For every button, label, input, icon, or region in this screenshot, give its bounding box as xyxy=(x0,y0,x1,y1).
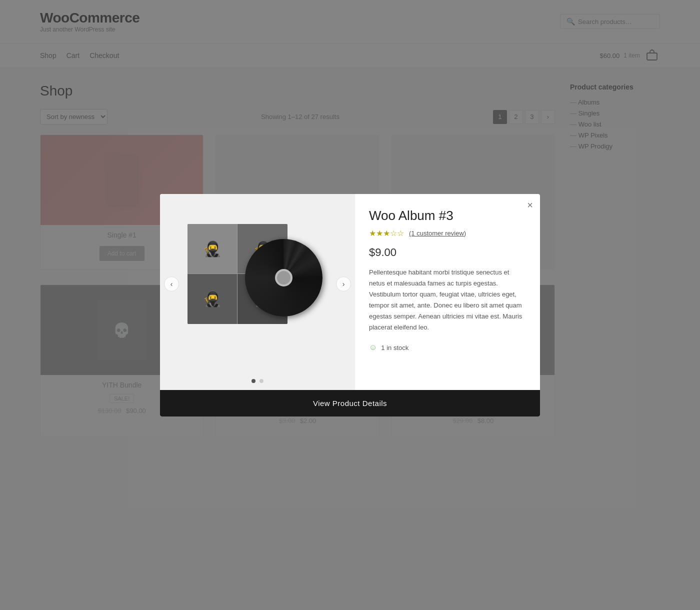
modal-product-title: Woo Album #3 xyxy=(369,208,514,224)
dot-1 xyxy=(252,379,256,383)
modal-info-section: × Woo Album #3 ★★★☆☆ (1 customer review)… xyxy=(355,194,540,390)
modal-stars: ★★★☆☆ xyxy=(369,228,404,238)
modal-body: ‹ 🥷 🥷 🥷 🥷 xyxy=(160,194,540,390)
album-artwork: 🥷 🥷 🥷 🥷 xyxy=(188,214,328,354)
stock-icon: ☺ xyxy=(369,343,377,352)
modal-footer[interactable]: View Product Details xyxy=(160,390,540,416)
vinyl-record xyxy=(245,239,322,316)
modal-close-button[interactable]: × xyxy=(527,200,533,210)
modal-backdrop[interactable]: ‹ 🥷 🥷 🥷 🥷 xyxy=(0,0,700,467)
modal-description: Pellentesque habitant morbi tristique se… xyxy=(369,267,526,334)
modal-next-button[interactable]: › xyxy=(336,276,351,292)
dot-2 xyxy=(260,379,264,383)
modal-dots xyxy=(252,374,264,390)
modal-stock: ☺ 1 in stock xyxy=(369,343,526,352)
view-product-details-button[interactable]: View Product Details xyxy=(313,399,387,408)
modal-review-link[interactable]: (1 customer review) xyxy=(409,230,466,237)
stock-text: 1 in stock xyxy=(381,344,408,352)
modal-rating-row: ★★★☆☆ (1 customer review) xyxy=(369,228,526,238)
modal-image-area: ‹ 🥷 🥷 🥷 🥷 xyxy=(160,194,355,374)
modal-prev-button[interactable]: ‹ xyxy=(164,276,179,292)
modal-image-section: ‹ 🥷 🥷 🥷 🥷 xyxy=(160,194,355,390)
modal-price: $9.00 xyxy=(369,246,526,259)
product-modal: ‹ 🥷 🥷 🥷 🥷 xyxy=(160,194,540,416)
